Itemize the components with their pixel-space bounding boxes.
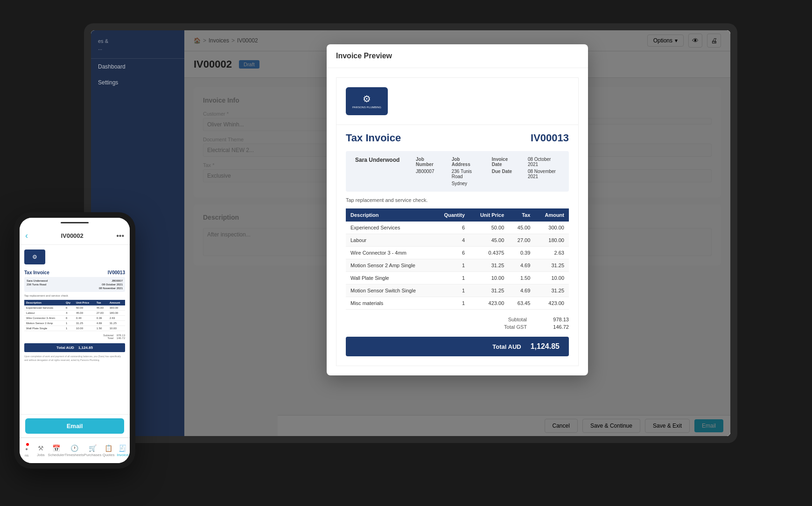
- phone-row-amt: 10.00: [108, 326, 125, 331]
- phone-tab-notifications[interactable]: ● ns: [20, 438, 34, 463]
- row-unit-price: 50.00: [469, 222, 509, 234]
- row-description: Experienced Services: [346, 222, 434, 234]
- phone-tax-invoice-title: Tax Invoice: [24, 270, 49, 275]
- row-quantity: 6: [434, 247, 469, 259]
- notification-icon: ●: [25, 446, 28, 451]
- job-number-value: JB00007: [416, 169, 438, 174]
- phone-frame: ‹ IV00002 ••• ⚙ Tax Invoice IV00013: [14, 212, 135, 469]
- phone-row-qty: 6: [64, 305, 74, 311]
- phone-row-desc: Experienced Services: [24, 305, 64, 311]
- grand-total-label: Total AUD: [492, 343, 521, 350]
- row-amount: 423.00: [535, 297, 569, 310]
- table-row: Motion Sensor Switch Single 1 31.25 4.69…: [346, 284, 569, 297]
- customer-name-display: Sara Underwood: [355, 157, 402, 163]
- phone-row-amt: 31.25: [108, 321, 125, 326]
- phone-col-tax: Tax: [95, 300, 108, 305]
- phone-bottom-bar: Email: [20, 414, 130, 437]
- row-quantity: 1: [434, 297, 469, 310]
- desktop-app: es &... Dashboard Settings 🏠 > Invoices: [91, 30, 730, 436]
- row-description: Wire Connector 3 - 4mm: [346, 247, 434, 259]
- phone-more-button[interactable]: •••: [116, 232, 124, 240]
- row-tax: 63.45: [509, 297, 535, 310]
- phone-col-qty: Qty: [64, 300, 74, 305]
- phone-subtotal-section: Subtotal 978.13 Total 146.72: [24, 334, 125, 340]
- phone-row-price: 31.25: [74, 321, 95, 326]
- phone-company-logo: ⚙: [24, 250, 45, 264]
- due-date-label: Due Date: [492, 169, 514, 174]
- purchases-icon: 🛒: [89, 444, 97, 452]
- phone-job-num: JB00007: [112, 279, 123, 282]
- row-unit-price: 423.00: [469, 297, 509, 310]
- phone-invoice-preview: ⚙ Tax Invoice IV00013 Sara Underwood JB0…: [20, 245, 130, 367]
- table-row: Misc materials 1 423.00 63.45 423.00: [346, 297, 569, 310]
- row-description: Misc materials: [346, 297, 434, 310]
- phone-row-qty: 4: [64, 311, 74, 316]
- invoice-preview-modal: Invoice Preview ⚙ PARSONS PLUMBING: [327, 44, 588, 375]
- modal-title: Invoice Preview: [336, 52, 392, 60]
- phone-tab-purchases[interactable]: 🛒 Purchases: [84, 438, 102, 463]
- quotes-icon: 📋: [105, 444, 112, 452]
- phone-tab-timesheets[interactable]: 🕐 Timesheets: [65, 438, 84, 463]
- gst-label: Total GST: [490, 324, 527, 330]
- invoice-tab-icon: 🧾: [119, 444, 126, 452]
- invoice-preview-header: ⚙ PARSONS PLUMBING: [336, 78, 578, 125]
- laptop-screen: es &... Dashboard Settings 🏠 > Invoices: [91, 30, 730, 436]
- phone-screen: ‹ IV00002 ••• ⚙ Tax Invoice IV00013: [20, 218, 130, 463]
- grand-total-value: 1,124.85: [531, 342, 560, 351]
- job-address-group: Job Address 236 Tunis Road Sydney: [452, 157, 478, 186]
- table-header-row: Description Quantity Unit Price Tax Amou…: [346, 208, 569, 222]
- invoice-title-section: Tax Invoice IV00013: [336, 125, 578, 151]
- row-tax: 1.50: [509, 272, 535, 284]
- phone-row-price: 45.00: [74, 311, 95, 316]
- sidebar-item-settings[interactable]: Settings: [91, 75, 184, 90]
- modal-body: ⚙ PARSONS PLUMBING Tax Invoice IV00013: [327, 68, 588, 375]
- phone-table-row: Wall Plate Single 1 10.00 1.50 10.00: [24, 326, 125, 331]
- phone-row-qty: 1: [64, 321, 74, 326]
- phone-row-amt: 180.00: [108, 311, 125, 316]
- sidebar-item-dashboard[interactable]: Dashboard: [91, 59, 184, 75]
- phone-row-tax: 4.69: [95, 321, 108, 326]
- row-quantity: 1: [434, 259, 469, 272]
- row-amount: 31.25: [535, 284, 569, 297]
- phone-table-row: Wire Connector 3-4mm 6 0.44 0.39 2.63: [24, 316, 125, 321]
- due-date-value: 08 November 2021: [528, 169, 560, 179]
- scheduler-icon: 📅: [52, 444, 60, 452]
- phone-row-amt: 300.00: [108, 305, 125, 311]
- phone-table-row: Labour 4 45.00 27.00 180.00: [24, 311, 125, 316]
- row-quantity: 1: [434, 284, 469, 297]
- row-quantity: 1: [434, 272, 469, 284]
- phone-status-bar: [20, 218, 130, 227]
- phone-tab-invoice[interactable]: 🧾 Invoice: [116, 438, 130, 463]
- phone-row-qty: 1: [64, 326, 74, 331]
- job-address-line1: 236 Tunis Road: [452, 169, 478, 179]
- row-quantity: 6: [434, 222, 469, 234]
- phone-address: 236 Tunis Road: [27, 283, 46, 286]
- phone-table-header: Description Qty Unit Price Tax Amount: [24, 300, 125, 305]
- phone-row-price: 0.44: [74, 316, 95, 321]
- table-row: Labour 4 45.00 27.00 180.00: [346, 234, 569, 247]
- phone-back-button[interactable]: ‹: [25, 231, 28, 241]
- phone-invoice-table: Description Qty Unit Price Tax Amount Ex…: [24, 300, 125, 331]
- company-logo: ⚙ PARSONS PLUMBING: [346, 87, 388, 115]
- phone-email-button[interactable]: Email: [25, 418, 124, 434]
- phone-description: Tap replacement and service check: [24, 294, 125, 297]
- phone-tab-scheduler[interactable]: 📅 Scheduler: [48, 438, 65, 463]
- row-description: Labour: [346, 234, 434, 247]
- phone-col-amt: Amount: [108, 300, 125, 305]
- phone-tab-jobs[interactable]: ⚒ Jobs: [34, 438, 48, 463]
- phone-due-date: 08 November 2021: [99, 287, 123, 290]
- main-content: 🏠 > Invoices > IV00002 Options ▾ 👁 🖨: [184, 30, 730, 436]
- phone-invoice-num: IV00013: [108, 270, 125, 275]
- invoice-date-value: 08 October 2021: [528, 157, 560, 167]
- phone-row-desc: Wall Plate Single: [24, 326, 64, 331]
- date-values-group: 08 October 2021 08 November 2021: [528, 157, 560, 179]
- phone-tab-quotes[interactable]: 📋 Quotes: [101, 438, 115, 463]
- phone-row-desc: Labour: [24, 311, 64, 316]
- laptop-frame: es &... Dashboard Settings 🏠 > Invoices: [84, 23, 737, 443]
- row-unit-price: 10.00: [469, 272, 509, 284]
- gst-row: Total GST 146.72: [490, 324, 569, 330]
- phone-nav-bar: ‹ IV00002 •••: [20, 227, 130, 245]
- modal-header: Invoice Preview: [327, 44, 588, 68]
- table-row: Wire Connector 3 - 4mm 6 0.4375 0.39 2.6…: [346, 247, 569, 259]
- table-row: Motion Sensor 2 Amp Single 1 31.25 4.69 …: [346, 259, 569, 272]
